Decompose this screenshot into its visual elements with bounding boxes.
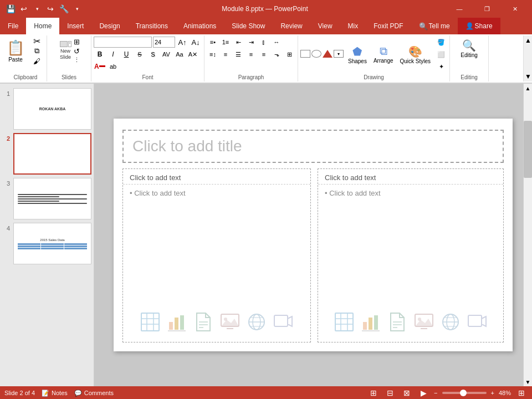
scroll-thumb[interactable]: [524, 121, 532, 178]
increase-indent-btn[interactable]: ⇥: [245, 37, 257, 48]
slideshow-btn[interactable]: ▶: [417, 388, 429, 398]
right-bullet[interactable]: Click to add text: [325, 189, 497, 197]
columns-button[interactable]: ⫿: [258, 37, 270, 48]
strikethrough-button[interactable]: S: [134, 49, 146, 60]
minimize-button[interactable]: —: [447, 0, 472, 18]
left-header[interactable]: Click to add text: [123, 169, 310, 185]
right-file-icon[interactable]: [386, 311, 408, 333]
bullets-button[interactable]: ≡•: [207, 37, 219, 48]
tab-insert[interactable]: Insert: [59, 18, 91, 34]
tab-slideshow[interactable]: Slide Show: [224, 18, 273, 34]
save-button[interactable]: 💾: [4, 3, 17, 15]
notes-button[interactable]: 📝 Notes: [42, 390, 68, 397]
tab-tellme[interactable]: 🔍Tell me: [411, 18, 458, 34]
customize-dropdown[interactable]: ▾: [71, 3, 83, 15]
slides-reset-btn[interactable]: ↺: [74, 47, 80, 55]
ribbon-scroll-up[interactable]: ▲: [524, 35, 532, 45]
zoom-level[interactable]: 48%: [499, 390, 511, 396]
shape-more[interactable]: ▾: [334, 50, 344, 58]
underline-button[interactable]: U: [120, 49, 132, 60]
tab-review[interactable]: Review: [273, 18, 310, 34]
tab-transitions[interactable]: Transitions: [128, 18, 176, 34]
left-bullet[interactable]: Click to add text: [130, 189, 304, 197]
right-table-icon[interactable]: [333, 311, 355, 333]
shape-outline-btn[interactable]: ⬜: [435, 49, 447, 60]
new-slide-button[interactable]: New Slide: [59, 40, 73, 62]
paste-button[interactable]: 📋 Paste: [2, 37, 29, 65]
font-color-button[interactable]: A: [94, 61, 106, 72]
shape-oval[interactable]: [311, 50, 321, 58]
format-painter-button[interactable]: 🖌: [29, 57, 44, 65]
comments-button[interactable]: 💬 Comments: [74, 390, 114, 397]
slides-layout-btn[interactable]: ⊞: [74, 38, 80, 46]
copy-button[interactable]: ⧉: [29, 47, 44, 55]
customize-button[interactable]: 🔧: [58, 3, 70, 15]
zoom-minus[interactable]: −: [434, 390, 437, 396]
bold-button[interactable]: B: [94, 49, 106, 60]
spacing-button[interactable]: AV: [160, 49, 172, 60]
tab-mix[interactable]: Mix: [340, 18, 366, 34]
ribbon-scrollbar[interactable]: ▲ ▼: [523, 35, 532, 81]
align-left-btn[interactable]: ≡: [219, 49, 232, 60]
case-button[interactable]: Aa: [173, 49, 186, 60]
font-size-input[interactable]: [153, 37, 175, 48]
font-name-input[interactable]: [94, 37, 152, 48]
clear-format-button[interactable]: A✕: [187, 49, 199, 60]
highlight-button[interactable]: ab: [107, 61, 119, 72]
italic-button[interactable]: I: [107, 49, 119, 60]
slide-body-right[interactable]: Click to add text Click to add text: [318, 168, 504, 342]
shape-fill-btn[interactable]: 🪣: [435, 37, 447, 48]
slide-thumb-1[interactable]: 1 ROKAN AKBA: [2, 88, 91, 130]
reading-view-btn[interactable]: ⊠: [401, 388, 413, 398]
right-picture-icon[interactable]: [413, 311, 435, 333]
slide-img-2[interactable]: [13, 133, 91, 175]
slides-section-btn[interactable]: ⋮: [74, 57, 80, 64]
right-video-icon[interactable]: [466, 311, 488, 333]
text-direction-btn[interactable]: ⬎: [270, 49, 283, 60]
left-globe-icon[interactable]: [245, 311, 268, 333]
shapes-button[interactable]: ⬟ Shapes: [346, 44, 369, 65]
close-button[interactable]: ✕: [502, 0, 528, 18]
para-direction-btn[interactable]: ↔: [270, 37, 283, 48]
decrease-indent-btn[interactable]: ⇤: [232, 37, 244, 48]
slide-img-4[interactable]: 2015 Sales Data: [13, 223, 91, 264]
slide-img-1[interactable]: ROKAN AKBA: [13, 88, 91, 130]
zoom-slider[interactable]: [442, 392, 487, 394]
zoom-plus[interactable]: +: [491, 390, 494, 396]
tab-file[interactable]: File: [0, 18, 26, 34]
redo-button[interactable]: ↪: [44, 3, 57, 15]
align-right-btn[interactable]: ≡: [245, 49, 257, 60]
fit-slide-btn[interactable]: ⊞: [515, 388, 528, 398]
left-video-icon[interactable]: [272, 311, 294, 333]
tab-share[interactable]: 👤Share: [458, 18, 500, 34]
tab-animations[interactable]: Animations: [176, 18, 224, 34]
slide-thumb-2[interactable]: 2: [2, 133, 91, 175]
align-center-btn[interactable]: ☰: [232, 49, 244, 60]
right-globe-icon[interactable]: [439, 311, 462, 333]
restore-button[interactable]: ❐: [474, 0, 500, 18]
cut-button[interactable]: ✂: [29, 37, 44, 45]
slide-canvas[interactable]: Click to add title Click to add text Cli…: [114, 119, 513, 351]
tab-home[interactable]: Home: [26, 18, 59, 34]
slide-img-3[interactable]: [13, 178, 91, 219]
arrange-button[interactable]: ⧉ Arrange: [371, 44, 396, 65]
right-header[interactable]: Click to add text: [318, 169, 503, 185]
smart-art-btn[interactable]: ⊞: [283, 49, 295, 60]
slide-sorter-btn[interactable]: ⊟: [384, 388, 396, 398]
justify-btn[interactable]: ≡: [258, 49, 270, 60]
left-chart-icon[interactable]: [166, 311, 188, 333]
line-spacing-btn[interactable]: ≡↕: [207, 49, 219, 60]
tab-design[interactable]: Design: [91, 18, 127, 34]
vertical-scrollbar[interactable]: ▲ ▼: [523, 84, 532, 386]
undo-button[interactable]: ↩: [18, 3, 30, 15]
scroll-up-btn[interactable]: ▲: [524, 84, 532, 93]
slide-body-left[interactable]: Click to add text Click to add text: [122, 168, 311, 342]
shape-rect[interactable]: [300, 50, 310, 58]
left-picture-icon[interactable]: [219, 311, 241, 333]
title-placeholder[interactable]: Click to add title: [122, 130, 504, 163]
shape-triangle[interactable]: [323, 50, 332, 58]
ribbon-scroll-down[interactable]: ▼: [524, 71, 532, 81]
undo-dropdown[interactable]: ▾: [31, 3, 43, 15]
font-decrease-btn[interactable]: A↓: [190, 37, 202, 48]
slide-thumb-3[interactable]: 3: [2, 178, 91, 219]
